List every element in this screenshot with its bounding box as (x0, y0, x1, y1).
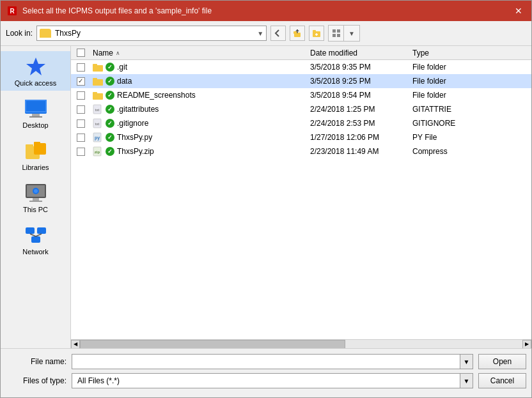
cancel-button[interactable]: Cancel (478, 373, 526, 388)
file-type: File folder (410, 91, 531, 100)
svg-rect-9 (337, 34, 340, 37)
scrollbar-thumb[interactable] (80, 340, 345, 349)
file-name-cell: txt✓.gitattributes (90, 104, 308, 114)
svg-text:zip: zip (95, 150, 100, 154)
file-name-row: File name: ▼ Open (6, 354, 526, 369)
svg-rect-5 (313, 30, 316, 32)
new-folder-button[interactable] (309, 26, 324, 41)
file-name-input[interactable]: ▼ (72, 354, 473, 369)
desktop-icon (23, 97, 49, 120)
file-date: 3/5/2018 9:54 PM (308, 91, 410, 100)
sort-arrow: ∧ (116, 50, 120, 56)
open-button[interactable]: Open (478, 354, 526, 369)
current-folder-text: ThxsPy (55, 29, 253, 38)
new-folder-icon (312, 29, 321, 38)
views-dropdown-button[interactable]: ▼ (344, 26, 359, 41)
svg-text:py: py (95, 135, 100, 141)
table-row[interactable]: ✓README_screenshots3/5/2018 9:54 PMFile … (71, 88, 531, 102)
file-list[interactable]: ✓.git3/5/2018 9:35 PMFile folder✓✓data3/… (71, 60, 531, 339)
close-button[interactable]: ✕ (512, 4, 525, 17)
file-type: File folder (410, 77, 531, 86)
type-column-header[interactable]: Type (410, 49, 531, 57)
select-all-checkbox[interactable] (77, 49, 85, 57)
file-name-label: File name: (6, 357, 66, 366)
file-icon (93, 90, 103, 100)
horizontal-scrollbar[interactable]: ◀ ▶ (71, 339, 531, 348)
file-name: .git (117, 63, 127, 72)
file-checkbox[interactable]: ✓ (77, 77, 85, 86)
file-type-dropdown[interactable]: ▼ (460, 374, 473, 388)
status-indicator: ✓ (106, 91, 114, 100)
files-of-type-select[interactable]: All Files (*.*) ▼ (72, 373, 473, 388)
scroll-right-button[interactable]: ▶ (522, 340, 531, 349)
svg-point-26 (34, 189, 38, 193)
svg-rect-33 (93, 64, 97, 66)
file-name-cell: ✓data (90, 76, 308, 86)
table-row[interactable]: zip✓ThxsPy.zip2/23/2018 11:49 AMCompress (71, 144, 531, 158)
file-checkbox[interactable] (77, 91, 85, 100)
views-button[interactable] (329, 26, 344, 41)
svg-rect-8 (332, 34, 336, 37)
table-row[interactable]: ✓.git3/5/2018 9:35 PMFile folder (71, 60, 531, 74)
status-indicator: ✓ (106, 119, 114, 128)
file-name-cell: txt✓.gitignore (90, 118, 308, 128)
file-name: README_screenshots (117, 91, 196, 100)
svg-rect-19 (34, 143, 46, 155)
sidebar-item-network[interactable]: Network (1, 220, 70, 259)
file-checkbox[interactable] (77, 134, 85, 142)
file-checkbox[interactable] (77, 105, 85, 114)
look-in-label: Look in: (6, 29, 33, 38)
network-label: Network (22, 248, 48, 256)
up-one-level-button[interactable] (290, 26, 305, 41)
svg-rect-15 (32, 114, 40, 116)
sidebar-item-quick-access[interactable]: Quick access (1, 51, 70, 91)
file-name-cell: ✓.git (90, 62, 308, 72)
file-name-dropdown[interactable]: ▼ (460, 355, 473, 369)
file-icon: txt (93, 118, 103, 128)
status-indicator: ✓ (106, 77, 114, 86)
file-type: PY File (410, 133, 531, 142)
row-check-col (71, 91, 90, 100)
folder-icon (40, 29, 51, 38)
file-date: 2/23/2018 11:49 AM (308, 147, 410, 156)
name-column-header[interactable]: Name ∧ (90, 49, 308, 57)
svg-rect-35 (93, 78, 97, 80)
file-name-cell: ✓README_screenshots (90, 90, 308, 100)
table-row[interactable]: txt✓.gitattributes2/24/2018 1:25 PMGITAT… (71, 102, 531, 116)
sidebar-item-this-pc[interactable]: This PC (1, 178, 70, 217)
table-row[interactable]: txt✓.gitignore2/24/2018 2:53 PMGITIGNORE (71, 116, 531, 130)
status-indicator: ✓ (106, 105, 114, 114)
svg-rect-24 (29, 201, 42, 202)
file-icon: zip (93, 146, 103, 157)
files-of-type-label: Files of type: (6, 376, 66, 385)
file-name-cell: py✓ThxsPy.py (90, 132, 308, 142)
date-column-header[interactable]: Date modified (308, 49, 410, 57)
sidebar-item-desktop[interactable]: Desktop (1, 93, 70, 133)
look-in-select[interactable]: ThxsPy ▼ (36, 26, 267, 41)
file-list-container: Name ∧ Date modified Type ✓.git3/5/2018 … (71, 46, 531, 348)
file-type: GITATTRIE (410, 105, 531, 114)
sidebar-item-libraries[interactable]: Libraries (1, 135, 70, 175)
bottom-area: File name: ▼ Open Files of type: All Fil… (1, 348, 531, 397)
row-check-col: ✓ (71, 77, 90, 86)
svg-rect-27 (26, 227, 35, 234)
table-row[interactable]: ✓✓data3/5/2018 9:25 PMFile folder (71, 74, 531, 88)
file-icon (93, 76, 103, 86)
dialog-title: Select all the ICPMS output files and a … (22, 6, 212, 15)
scroll-left-button[interactable]: ◀ (71, 340, 80, 349)
file-checkbox[interactable] (77, 119, 85, 128)
file-checkbox[interactable] (77, 148, 85, 156)
file-open-dialog: R Select all the ICPMS output files and … (0, 0, 532, 398)
table-row[interactable]: py✓ThxsPy.py1/27/2018 12:06 PMPY File (71, 130, 531, 144)
views-icon (332, 29, 341, 38)
row-check-col (71, 63, 90, 72)
scrollbar-track[interactable] (80, 340, 522, 349)
file-date: 2/24/2018 2:53 PM (308, 119, 410, 128)
file-date: 3/5/2018 9:25 PM (308, 77, 410, 86)
this-pc-icon (23, 181, 49, 204)
svg-text:R: R (10, 8, 15, 15)
back-button[interactable] (270, 26, 286, 41)
quick-access-icon (23, 55, 49, 78)
file-date: 3/5/2018 9:35 PM (308, 63, 410, 72)
file-checkbox[interactable] (77, 63, 85, 72)
